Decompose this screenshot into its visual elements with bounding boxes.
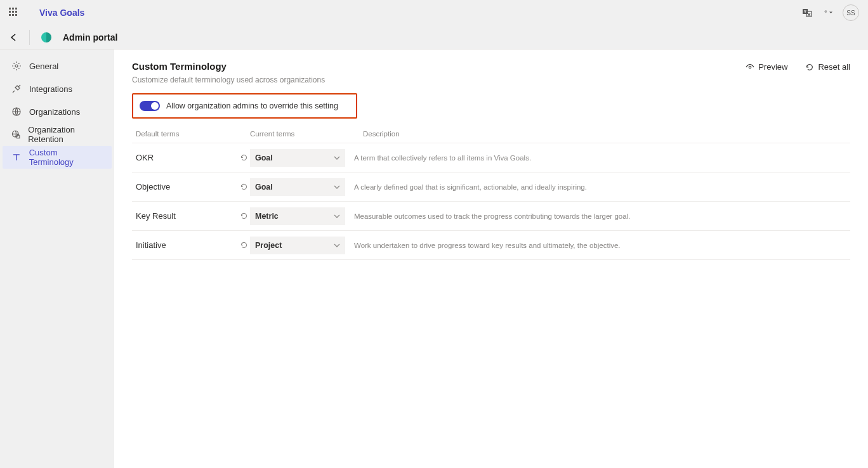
select-value: Goal — [255, 153, 273, 162]
translate-icon[interactable] — [802, 8, 812, 18]
terminology-table: Default terms Current terms Description … — [132, 124, 850, 260]
row-description: Measurable outcomes used to track the pr… — [345, 212, 850, 220]
reset-icon — [805, 63, 814, 72]
row-description: Work undertaken to drive progress toward… — [345, 242, 850, 249]
chevron-down-icon — [334, 213, 340, 219]
sidebar-item-general[interactable]: General — [3, 55, 112, 77]
col-description: Description — [354, 130, 850, 138]
header-actions: Preview Reset all — [746, 62, 850, 72]
app-bar-left: Viva Goals — [9, 8, 84, 18]
gear-icon — [11, 61, 22, 71]
override-setting-callout: Allow organization admins to override th… — [132, 93, 357, 119]
reset-all-button[interactable]: Reset all — [805, 62, 850, 72]
globe-lock-icon — [11, 129, 20, 140]
sidebar-item-label: Organizations — [29, 107, 80, 117]
eye-icon — [746, 63, 754, 72]
default-term: OKR — [136, 153, 237, 162]
main-header: Custom Terminology Customize default ter… — [132, 61, 850, 84]
settings-link-icon[interactable] — [822, 8, 832, 18]
page-title: Custom Terminology — [132, 61, 325, 72]
main-content: Custom Terminology Customize default ter… — [114, 49, 868, 468]
current-term-select[interactable]: Goal — [250, 149, 345, 167]
sidebar-item-label: Custom Terminology — [29, 148, 103, 167]
profile-avatar[interactable]: SS — [843, 4, 859, 21]
allow-override-label: Allow organization admins to override th… — [166, 101, 338, 110]
app-title[interactable]: Viva Goals — [39, 8, 84, 18]
reset-row-button[interactable] — [237, 183, 250, 191]
waffle-icon[interactable] — [9, 8, 19, 18]
svg-point-2 — [15, 65, 18, 67]
shell: General Integrations Organizations Organ… — [0, 49, 868, 468]
table-row: Initiative Project Work undertaken to dr… — [132, 231, 850, 260]
plug-icon — [11, 84, 22, 94]
current-term-select[interactable]: Metric — [250, 207, 345, 225]
col-current: Current terms — [250, 130, 354, 138]
chevron-down-icon — [334, 155, 340, 161]
row-description: A term that collectively refers to all i… — [345, 154, 850, 162]
reset-row-button[interactable] — [237, 212, 250, 220]
table-row: Key Result Metric Measurable outcomes us… — [132, 202, 850, 231]
viva-goals-logo-icon — [40, 31, 53, 44]
default-term: Initiative — [136, 240, 237, 250]
chevron-down-icon — [334, 184, 340, 190]
reset-all-label: Reset all — [818, 62, 850, 72]
select-value: Goal — [255, 183, 273, 192]
preview-button[interactable]: Preview — [746, 62, 787, 72]
sidebar-item-org-retention[interactable]: Organization Retention — [3, 123, 112, 146]
sidebar-item-label: General — [29, 62, 58, 71]
chevron-down-icon — [334, 242, 340, 249]
sidebar-item-label: Organization Retention — [28, 125, 103, 144]
admin-portal-title: Admin portal — [63, 32, 117, 42]
page-subtitle: Customize default terminology used acros… — [132, 75, 325, 84]
back-icon[interactable] — [9, 32, 19, 42]
sidebar-item-label: Integrations — [29, 84, 72, 94]
svg-point-6 — [749, 66, 751, 68]
app-bar-right: SS — [802, 4, 859, 21]
sidebar-item-custom-terminology[interactable]: Custom Terminology — [3, 146, 112, 169]
reset-row-button[interactable] — [237, 153, 250, 162]
sidebar-item-organizations[interactable]: Organizations — [3, 100, 112, 123]
default-term: Objective — [136, 182, 237, 192]
select-value: Project — [255, 241, 282, 250]
text-icon — [11, 152, 22, 162]
divider — [29, 30, 30, 45]
table-header: Default terms Current terms Description — [132, 124, 850, 143]
current-term-select[interactable]: Project — [250, 237, 345, 254]
col-default: Default terms — [136, 130, 250, 138]
sidebar: General Integrations Organizations Organ… — [0, 49, 114, 468]
select-value: Metric — [255, 212, 279, 221]
preview-label: Preview — [758, 62, 787, 72]
sub-header: Admin portal — [0, 25, 868, 49]
allow-override-toggle[interactable] — [140, 101, 160, 111]
app-bar: Viva Goals SS — [0, 0, 868, 25]
globe-icon — [11, 107, 22, 117]
table-row: OKR Goal A term that collectively refers… — [132, 143, 850, 172]
current-term-select[interactable]: Goal — [250, 178, 345, 196]
default-term: Key Result — [136, 211, 237, 221]
row-description: A clearly defined goal that is significa… — [345, 183, 850, 191]
sidebar-item-integrations[interactable]: Integrations — [3, 77, 112, 100]
reset-row-button[interactable] — [237, 241, 250, 249]
table-row: Objective Goal A clearly defined goal th… — [132, 172, 850, 202]
